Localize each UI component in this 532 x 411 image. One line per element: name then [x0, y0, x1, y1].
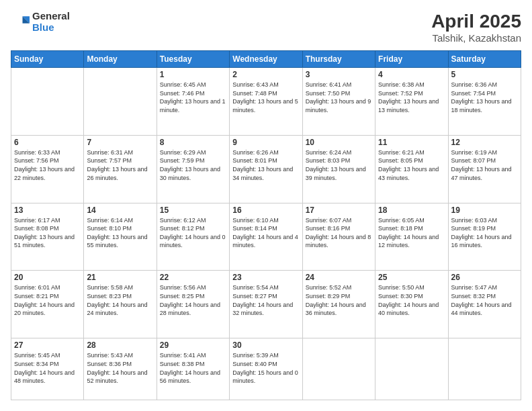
day-info: Sunrise: 5:56 AM Sunset: 8:25 PM Dayligh… [160, 283, 226, 317]
day-info: Sunrise: 6:26 AM Sunset: 8:01 PM Dayligh… [232, 148, 299, 182]
weekday-header-saturday: Saturday [448, 51, 521, 68]
calendar-cell: 6Sunrise: 6:33 AM Sunset: 7:56 PM Daylig… [11, 135, 84, 203]
month-year: April 2025 [431, 11, 521, 32]
day-info: Sunrise: 6:31 AM Sunset: 7:57 PM Dayligh… [87, 148, 153, 182]
calendar-cell: 25Sunrise: 5:50 AM Sunset: 8:30 PM Dayli… [375, 271, 448, 338]
day-info: Sunrise: 6:33 AM Sunset: 7:56 PM Dayligh… [14, 148, 81, 182]
day-info: Sunrise: 5:58 AM Sunset: 8:23 PM Dayligh… [87, 283, 153, 317]
calendar-cell: 19Sunrise: 6:03 AM Sunset: 8:19 PM Dayli… [448, 203, 521, 271]
logo-text: General Blue [32, 11, 70, 33]
day-info: Sunrise: 6:14 AM Sunset: 8:10 PM Dayligh… [87, 216, 153, 250]
calendar-cell: 15Sunrise: 6:12 AM Sunset: 8:12 PM Dayli… [157, 203, 229, 271]
day-info: Sunrise: 5:45 AM Sunset: 8:34 PM Dayligh… [14, 351, 81, 385]
calendar-cell: 12Sunrise: 6:19 AM Sunset: 8:07 PM Dayli… [448, 135, 521, 203]
day-number: 19 [451, 205, 518, 215]
day-number: 24 [306, 273, 372, 282]
day-info: Sunrise: 6:21 AM Sunset: 8:05 PM Dayligh… [378, 148, 445, 182]
day-number: 6 [14, 138, 81, 147]
calendar-cell: 21Sunrise: 5:58 AM Sunset: 8:23 PM Dayli… [84, 271, 157, 338]
calendar-cell: 2Sunrise: 6:43 AM Sunset: 7:48 PM Daylig… [230, 68, 302, 136]
day-info: Sunrise: 6:38 AM Sunset: 7:52 PM Dayligh… [378, 81, 445, 114]
calendar-cell [448, 338, 521, 400]
day-number: 4 [378, 70, 445, 79]
calendar-cell [375, 338, 448, 400]
day-info: Sunrise: 5:47 AM Sunset: 8:32 PM Dayligh… [451, 283, 518, 317]
calendar-cell: 24Sunrise: 5:52 AM Sunset: 8:29 PM Dayli… [302, 271, 375, 338]
day-number: 26 [451, 273, 518, 282]
calendar-cell: 5Sunrise: 6:36 AM Sunset: 7:54 PM Daylig… [448, 68, 521, 136]
day-info: Sunrise: 6:43 AM Sunset: 7:48 PM Dayligh… [232, 81, 299, 114]
day-info: Sunrise: 6:41 AM Sunset: 7:50 PM Dayligh… [306, 81, 372, 114]
day-info: Sunrise: 5:43 AM Sunset: 8:36 PM Dayligh… [87, 351, 153, 385]
title-block: April 2025 Talshik, Kazakhstan [431, 11, 521, 44]
day-info: Sunrise: 6:01 AM Sunset: 8:21 PM Dayligh… [14, 283, 81, 317]
day-info: Sunrise: 6:03 AM Sunset: 8:19 PM Dayligh… [451, 216, 518, 250]
day-number: 17 [306, 205, 372, 215]
day-number: 28 [87, 340, 153, 350]
weekday-header-thursday: Thursday [302, 51, 375, 68]
calendar-cell: 18Sunrise: 6:05 AM Sunset: 8:18 PM Dayli… [375, 203, 448, 271]
day-number: 10 [306, 138, 372, 147]
day-number: 7 [87, 138, 153, 147]
calendar-cell: 7Sunrise: 6:31 AM Sunset: 7:57 PM Daylig… [84, 135, 157, 203]
week-row-1: 1Sunrise: 6:45 AM Sunset: 7:46 PM Daylig… [11, 68, 521, 136]
calendar-cell: 3Sunrise: 6:41 AM Sunset: 7:50 PM Daylig… [302, 68, 375, 136]
calendar-cell [84, 68, 157, 136]
day-info: Sunrise: 6:19 AM Sunset: 8:07 PM Dayligh… [451, 148, 518, 182]
calendar-cell: 23Sunrise: 5:54 AM Sunset: 8:27 PM Dayli… [230, 271, 302, 338]
calendar-cell: 8Sunrise: 6:29 AM Sunset: 7:59 PM Daylig… [157, 135, 229, 203]
day-info: Sunrise: 6:36 AM Sunset: 7:54 PM Dayligh… [451, 81, 518, 114]
calendar-cell: 4Sunrise: 6:38 AM Sunset: 7:52 PM Daylig… [375, 68, 448, 136]
week-row-3: 13Sunrise: 6:17 AM Sunset: 8:08 PM Dayli… [11, 203, 521, 271]
page: General Blue April 2025 Talshik, Kazakhs… [0, 0, 532, 411]
weekday-header-sunday: Sunday [11, 51, 84, 68]
day-info: Sunrise: 6:17 AM Sunset: 8:08 PM Dayligh… [14, 216, 81, 250]
weekday-header-row: SundayMondayTuesdayWednesdayThursdayFrid… [11, 51, 521, 68]
calendar-cell [302, 338, 375, 400]
day-number: 30 [232, 340, 299, 350]
calendar-cell: 1Sunrise: 6:45 AM Sunset: 7:46 PM Daylig… [157, 68, 229, 136]
day-number: 1 [160, 70, 226, 79]
calendar-cell: 13Sunrise: 6:17 AM Sunset: 8:08 PM Dayli… [11, 203, 84, 271]
day-info: Sunrise: 6:07 AM Sunset: 8:16 PM Dayligh… [306, 216, 372, 250]
day-number: 23 [232, 273, 299, 282]
calendar-cell: 20Sunrise: 6:01 AM Sunset: 8:21 PM Dayli… [11, 271, 84, 338]
calendar-cell: 28Sunrise: 5:43 AM Sunset: 8:36 PM Dayli… [84, 338, 157, 400]
calendar-cell: 29Sunrise: 5:41 AM Sunset: 8:38 PM Dayli… [157, 338, 229, 400]
day-number: 21 [87, 273, 153, 282]
weekday-header-friday: Friday [375, 51, 448, 68]
calendar-cell: 11Sunrise: 6:21 AM Sunset: 8:05 PM Dayli… [375, 135, 448, 203]
weekday-header-tuesday: Tuesday [157, 51, 229, 68]
calendar-cell: 27Sunrise: 5:45 AM Sunset: 8:34 PM Dayli… [11, 338, 84, 400]
day-info: Sunrise: 6:29 AM Sunset: 7:59 PM Dayligh… [160, 148, 226, 182]
day-number: 2 [232, 70, 299, 79]
calendar-cell: 9Sunrise: 6:26 AM Sunset: 8:01 PM Daylig… [230, 135, 302, 203]
day-info: Sunrise: 5:50 AM Sunset: 8:30 PM Dayligh… [378, 283, 445, 317]
day-info: Sunrise: 5:54 AM Sunset: 8:27 PM Dayligh… [232, 283, 299, 317]
calendar-cell: 10Sunrise: 6:24 AM Sunset: 8:03 PM Dayli… [302, 135, 375, 203]
day-number: 16 [232, 205, 299, 215]
week-row-5: 27Sunrise: 5:45 AM Sunset: 8:34 PM Dayli… [11, 338, 521, 400]
week-row-4: 20Sunrise: 6:01 AM Sunset: 8:21 PM Dayli… [11, 271, 521, 338]
day-info: Sunrise: 5:52 AM Sunset: 8:29 PM Dayligh… [306, 283, 372, 317]
day-info: Sunrise: 5:41 AM Sunset: 8:38 PM Dayligh… [160, 351, 226, 385]
calendar-cell: 14Sunrise: 6:14 AM Sunset: 8:10 PM Dayli… [84, 203, 157, 271]
day-number: 9 [232, 138, 299, 147]
day-number: 14 [87, 205, 153, 215]
day-number: 15 [160, 205, 226, 215]
day-number: 8 [160, 138, 226, 147]
day-number: 20 [14, 273, 81, 282]
logo: General Blue [11, 11, 70, 33]
calendar-cell [11, 68, 84, 136]
calendar-cell: 30Sunrise: 5:39 AM Sunset: 8:40 PM Dayli… [230, 338, 302, 400]
day-info: Sunrise: 6:45 AM Sunset: 7:46 PM Dayligh… [160, 81, 226, 114]
day-number: 3 [306, 70, 372, 79]
calendar-table: SundayMondayTuesdayWednesdayThursdayFrid… [11, 50, 521, 400]
day-number: 5 [451, 70, 518, 79]
calendar-cell: 17Sunrise: 6:07 AM Sunset: 8:16 PM Dayli… [302, 203, 375, 271]
logo-icon [11, 13, 30, 32]
day-info: Sunrise: 5:39 AM Sunset: 8:40 PM Dayligh… [232, 351, 299, 385]
day-number: 13 [14, 205, 81, 215]
day-number: 12 [451, 138, 518, 147]
day-info: Sunrise: 6:05 AM Sunset: 8:18 PM Dayligh… [378, 216, 445, 250]
